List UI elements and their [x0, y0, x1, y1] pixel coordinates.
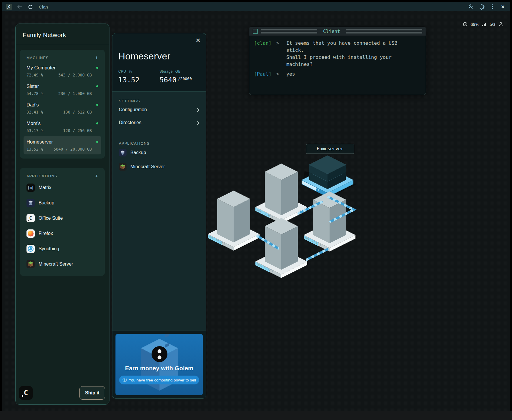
machine-row-homeserver[interactable]: Homeserver 13.52 %5640 / 20.000 GB	[24, 136, 101, 154]
add-machine-button[interactable]: +	[95, 55, 98, 61]
diagram-node-sister[interactable]: cpu: 54.78 %	[208, 191, 261, 251]
machine-cpu: 32.41 %	[26, 110, 43, 114]
cpu-value: 13.52	[118, 76, 159, 84]
detail-footer: Earn money with Golem ⓘ You have free co…	[112, 331, 206, 398]
extensions-icon[interactable]	[478, 4, 485, 10]
back-icon[interactable]	[16, 4, 23, 10]
person-icon	[498, 22, 503, 27]
machine-cpu: 54.78 %	[26, 91, 43, 96]
reload-icon[interactable]	[27, 4, 34, 10]
storage-total: /20000	[178, 76, 192, 81]
terminal-message: [clan] > It seems that you have connecte…	[254, 40, 421, 68]
tab-title: Clan	[39, 4, 48, 9]
clan-office-icon: C	[26, 214, 35, 222]
terminal-message: [Paul] > yes	[254, 71, 421, 78]
settings-row-directories[interactable]: Directories	[118, 116, 201, 129]
prompt: >	[276, 40, 286, 47]
online-dot	[96, 67, 98, 69]
add-application-button[interactable]: +	[95, 173, 98, 179]
menu-kebab-icon[interactable]	[489, 4, 496, 10]
machine-cpu: 13.52 %	[26, 147, 43, 151]
close-icon[interactable]: ✕	[194, 37, 202, 44]
syncthing-icon	[26, 245, 35, 253]
machine-row-moms[interactable]: Mom's 53.17 %120 / 256 GB	[24, 117, 101, 136]
machine-cpu: 53.17 %	[26, 128, 43, 133]
machine-row-sister[interactable]: Sister 54.78 %230 / 1.000 GB	[24, 80, 101, 99]
minecraft-block-icon	[119, 163, 127, 171]
clan-logo: C	[19, 386, 33, 400]
app-row-syncthing[interactable]: Syncthing	[24, 241, 101, 256]
storage-label: Storage	[159, 69, 173, 74]
detail-app-row-minecraft-server[interactable]: Minecraft Server	[118, 160, 201, 174]
diagram-node-my-computer[interactable]: cpu: 72.49 %	[255, 164, 309, 224]
app-row-matrix[interactable]: |m| Matrix	[24, 180, 101, 195]
terminal-line: Shall I proceed with installing your	[286, 54, 398, 61]
battery-circle-icon	[463, 22, 468, 27]
clan-favicon[interactable]: C	[6, 4, 12, 10]
app-row-backup[interactable]: Backup	[24, 195, 101, 211]
settings-header: SETTINGS	[118, 99, 201, 103]
banner-pill[interactable]: ⓘ You have free computing power to sell	[119, 376, 199, 384]
detail-app-row-backup[interactable]: Backup	[118, 146, 201, 160]
online-dot	[96, 141, 98, 143]
detail-title: Homeserver	[118, 51, 200, 62]
app-row-office-suite[interactable]: C Office Suite	[24, 211, 101, 226]
online-dot	[96, 85, 98, 87]
machine-storage: 120 / 256 GB	[63, 128, 92, 133]
machine-storage: 5640 / 20.000 GB	[54, 147, 92, 151]
backup-stack-icon	[26, 199, 35, 207]
machine-cpu: 72.49 %	[26, 73, 43, 77]
network-type: 5G	[490, 22, 496, 27]
diagram-node-moms[interactable]: cpu: 53.17 %	[255, 218, 309, 278]
speaker-clan: [clan]	[254, 40, 276, 47]
bottom-frame	[0, 411, 512, 420]
terminal-checkbox-icon[interactable]	[253, 29, 258, 34]
terminal-line: machines?	[286, 61, 398, 68]
homeserver-detail-panel: ✕ Homeserver CPU% 13.52 StorageGB 5640/2…	[112, 33, 206, 399]
client-terminal-window: Client [clan] > It seems that you have c…	[249, 27, 426, 95]
machine-row-dads[interactable]: Dad's 32.41 %130 / 512 GB	[24, 99, 101, 117]
backup-stack-icon	[119, 149, 127, 156]
browser-topbar: C Clan ✕	[2, 2, 510, 11]
chevron-right-icon	[197, 108, 200, 112]
machine-storage: 130 / 512 GB	[63, 110, 92, 114]
cpu-label: CPU	[118, 69, 126, 74]
detail-header: ✕ Homeserver CPU% 13.52 StorageGB 5640/2…	[112, 33, 206, 91]
detail-body: SETTINGS Configuration Directories APPLI…	[112, 91, 206, 331]
machine-storage: 230 / 1.000 GB	[58, 91, 92, 96]
diagram-node-homeserver[interactable]: cpu: 13.52 %	[302, 156, 356, 197]
status-tray: 69% 5G	[463, 22, 503, 27]
applications-card: APPLICATIONS + |m| Matrix Backup C Offic…	[20, 168, 105, 276]
banner-pill-text: You have free computing power to sell	[129, 378, 196, 382]
battery-percent: 69%	[471, 22, 479, 27]
signal-bars-icon	[482, 22, 487, 26]
settings-row-configuration[interactable]: Configuration	[118, 103, 201, 116]
banner-title: Earn money with Golem	[116, 365, 203, 372]
zoom-in-icon[interactable]	[468, 4, 474, 10]
family-network-sidebar: Family Network MACHINES + My Computer 72…	[15, 24, 109, 405]
sidebar-title: Family Network	[16, 24, 109, 45]
terminal-body: [clan] > It seems that you have connecte…	[249, 36, 426, 81]
machines-header: MACHINES	[26, 56, 49, 60]
prompt: >	[276, 71, 286, 78]
machine-storage: 543 / 2.000 GB	[58, 73, 92, 77]
ship-it-button[interactable]: Ship it	[79, 386, 105, 400]
window-close-icon[interactable]: ✕	[500, 4, 506, 10]
online-dot	[96, 122, 98, 124]
terminal-line: stick.	[286, 47, 398, 54]
app-row-firefox[interactable]: Firefox	[24, 226, 101, 241]
machine-row-my-computer[interactable]: My Computer 72.49 %543 / 2.000 GB	[24, 62, 101, 80]
speaker-paul: [Paul]	[254, 71, 276, 78]
applications-header: APPLICATIONS	[26, 174, 57, 178]
info-icon: ⓘ	[122, 377, 127, 383]
machines-card: MACHINES + My Computer 72.49 %543 / 2.00…	[20, 50, 105, 159]
detail-applications-header: APPLICATIONS	[118, 141, 201, 146]
golem-banner[interactable]: Earn money with Golem ⓘ You have free co…	[115, 334, 203, 395]
terminal-title: Client	[321, 29, 343, 34]
titlebar-stripes-left	[261, 29, 317, 34]
terminal-titlebar[interactable]: Client	[249, 27, 426, 36]
online-dot	[96, 104, 98, 106]
app-row-minecraft-server[interactable]: Minecraft Server	[24, 256, 101, 272]
matrix-icon: |m|	[26, 184, 35, 192]
storage-value: 5640	[159, 76, 177, 84]
